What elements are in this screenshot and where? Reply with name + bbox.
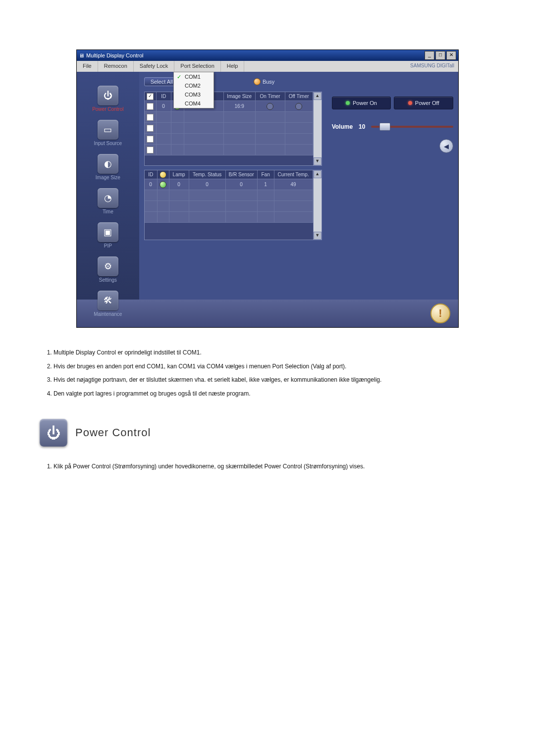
sidebar-item-input-source[interactable]: ▭ Input Source	[77, 120, 139, 146]
image-size-icon: ◐	[98, 154, 118, 174]
table-header: ID Input Image Size On Timer Off Timer	[145, 92, 313, 101]
col-lamp: Lamp	[169, 170, 189, 179]
port-option-com4[interactable]: COM4	[174, 99, 214, 108]
table-row	[145, 212, 313, 223]
volume-value: 10	[359, 123, 365, 130]
maintenance-icon: 🛠	[98, 291, 118, 310]
scroll-down-icon[interactable]: ▼	[314, 232, 321, 240]
sidebar-item-pip[interactable]: ▣ PIP	[77, 222, 139, 249]
power-control-icon: ⏻	[98, 86, 118, 105]
sidebar-item-maintenance[interactable]: 🛠 Maintenance	[77, 291, 139, 317]
section-heading: ⏻ Power Control	[40, 419, 495, 447]
status-table: ID Lamp Temp. Status B/R Sensor Fan Curr…	[144, 170, 322, 240]
sidebar-item-label: Maintenance	[77, 311, 139, 317]
table-row	[145, 190, 313, 201]
power-control-icon: ⏻	[40, 419, 67, 447]
brand-label: SAMSUNG DIGITall	[244, 61, 458, 72]
list-item: Hvis der bruges en anden port end COM1, …	[54, 361, 495, 372]
input-source-icon: ▭	[98, 120, 118, 140]
scrollbar[interactable]: ▲ ▼	[313, 170, 321, 240]
port-option-com1[interactable]: COM1	[174, 72, 214, 81]
sidebar-item-label: Time	[77, 209, 139, 214]
menu-port-selection[interactable]: Port Selection	[174, 61, 220, 72]
cell-off-timer	[285, 101, 313, 112]
scrollbar[interactable]: ▲ ▼	[313, 92, 321, 165]
list-item: Multiple Display Control er oprindeligt …	[54, 348, 495, 358]
col-br-sensor: B/R Sensor	[226, 170, 258, 179]
titlebar: 🖥 Multiple Display Control _ □ ✕	[77, 50, 458, 61]
menu-help[interactable]: Help	[221, 61, 245, 72]
menubar: File Remocon Safety Lock Port Selection …	[77, 61, 458, 72]
mute-button[interactable]: ◀	[439, 139, 453, 153]
scroll-down-icon[interactable]: ▼	[314, 157, 321, 165]
sidebar-item-settings[interactable]: ⚙ Settings	[77, 256, 139, 283]
port-option-com2[interactable]: COM2	[174, 81, 214, 90]
power-off-dot-icon	[408, 101, 412, 105]
sidebar-item-image-size[interactable]: ◐ Image Size	[77, 154, 139, 180]
cell-id: 0	[145, 179, 158, 190]
power-on-button[interactable]: Power On	[332, 97, 391, 109]
col-off-timer: Off Timer	[285, 92, 313, 101]
alert-icon: !	[430, 303, 450, 323]
scroll-up-icon[interactable]: ▲	[314, 92, 321, 100]
cell-id: 0	[157, 101, 171, 112]
menu-safety-lock[interactable]: Safety Lock	[134, 61, 174, 72]
power-off-label: Power Off	[415, 100, 439, 106]
time-icon: ◔	[98, 188, 118, 208]
app-window: 🖥 Multiple Display Control _ □ ✕ File Re…	[76, 50, 459, 328]
list-item: Den valgte port lagres i programmet og b…	[54, 389, 495, 400]
col-image-size: Image Size	[224, 92, 256, 101]
cell-lamp: 0	[169, 179, 189, 190]
minimize-button[interactable]: _	[425, 51, 434, 60]
port-selection-dropdown: COM1 COM2 COM3 COM4	[173, 72, 214, 108]
cell-br-sensor: 0	[226, 179, 258, 190]
volume-label: Volume	[332, 123, 353, 130]
menu-file[interactable]: File	[77, 61, 98, 72]
power-control-notes: Klik på Power Control (Strømforsyning) u…	[40, 461, 495, 472]
sidebar: ⏻ Power Control ▭ Input Source ◐ Image S…	[77, 72, 139, 300]
table-row	[145, 123, 313, 134]
cell-on-timer	[256, 101, 285, 112]
list-item: Hvis det nøjagtige portnavn, der er tils…	[54, 375, 495, 386]
col-power-icon	[158, 170, 169, 179]
table-row	[145, 145, 313, 155]
table-header: ID Lamp Temp. Status B/R Sensor Fan Curr…	[145, 170, 313, 179]
cell-temp-status: 0	[189, 179, 226, 190]
power-off-button[interactable]: Power Off	[394, 97, 453, 109]
row-checkbox[interactable]	[147, 103, 154, 110]
sidebar-item-power-control[interactable]: ⏻ Power Control	[77, 86, 139, 112]
table-row[interactable]: 0 0 0 0 1 49	[145, 179, 313, 190]
volume-slider-thumb[interactable]	[379, 123, 390, 131]
col-temp-status: Temp. Status	[189, 170, 226, 179]
cell-image-size: 16:9	[224, 101, 256, 112]
sidebar-item-time[interactable]: ◔ Time	[77, 188, 139, 214]
close-button[interactable]: ✕	[446, 51, 456, 60]
busy-label: Busy	[263, 79, 274, 85]
sidebar-item-label: Settings	[77, 277, 139, 283]
busy-indicator: Busy	[254, 78, 274, 85]
sidebar-item-label: PIP	[77, 243, 139, 249]
table-row[interactable]: 0 PC 16:9	[145, 101, 313, 112]
table-row	[145, 134, 313, 145]
col-on-timer: On Timer	[256, 92, 285, 101]
volume-slider[interactable]	[371, 126, 453, 128]
app-icon: 🖥	[79, 52, 84, 58]
power-on-dot-icon	[346, 101, 350, 105]
cell-current-temp: 49	[274, 179, 313, 190]
power-on-label: Power On	[353, 100, 377, 106]
sidebar-item-label: Power Control	[77, 106, 139, 112]
right-panel: Power On Power Off Volume 10 ◀	[327, 72, 458, 300]
port-selection-notes: Multiple Display Control er oprindeligt …	[40, 348, 495, 399]
sidebar-item-label: Input Source	[77, 141, 139, 146]
pip-icon: ▣	[98, 222, 118, 242]
port-option-com3[interactable]: COM3	[174, 90, 214, 99]
col-fan: Fan	[258, 170, 274, 179]
busy-dot-icon	[254, 78, 261, 85]
table-row	[145, 201, 313, 212]
section-title: Power Control	[75, 426, 151, 439]
scroll-up-icon[interactable]: ▲	[314, 170, 321, 178]
maximize-button[interactable]: □	[435, 51, 445, 60]
speaker-icon: ◀	[444, 143, 449, 150]
menu-remocon[interactable]: Remocon	[98, 61, 134, 72]
sidebar-item-label: Image Size	[77, 175, 139, 180]
